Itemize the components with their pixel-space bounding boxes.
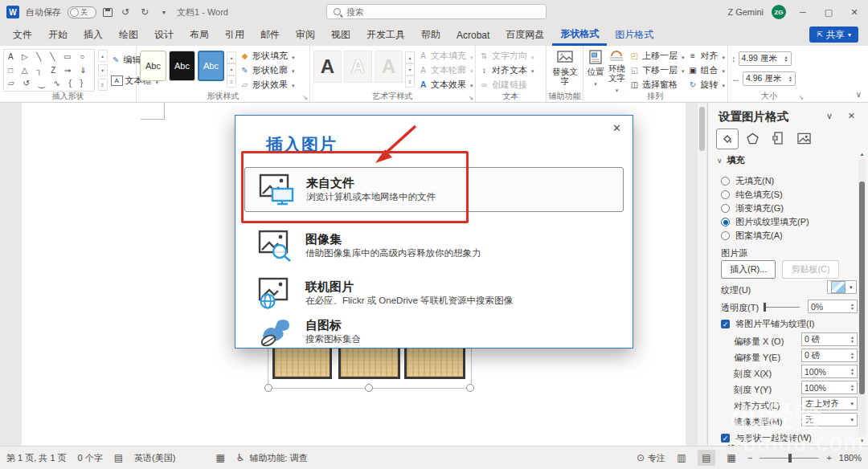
group-button[interactable]: ▣ 组合 <box>687 64 725 76</box>
tab-picture-format[interactable]: 图片格式 <box>607 24 661 46</box>
tab-baidu-netdisk[interactable]: 百度网盘 <box>497 24 552 46</box>
wrap-text-button[interactable]: 环绕文字 <box>608 49 626 92</box>
shape-style-swatch-selected[interactable]: Abc <box>198 51 224 81</box>
language-status[interactable]: 英语(美国) <box>134 452 175 464</box>
tab-home[interactable]: 开始 <box>40 24 76 46</box>
zoom-in-button[interactable]: + <box>826 453 831 463</box>
dialog-launcher-icon[interactable]: ↘ <box>798 94 804 101</box>
selection-handle[interactable] <box>264 384 272 392</box>
text-fill-button[interactable]: A 文本填充 <box>418 50 473 62</box>
scroll-up-icon[interactable]: ▲ <box>858 152 866 157</box>
fill-section-header[interactable]: 填充 <box>717 154 745 166</box>
mirror-type-dropdown[interactable]: 无 <box>801 413 858 426</box>
scrollbar-thumb[interactable] <box>699 107 705 151</box>
tab-help[interactable]: 帮助 <box>413 24 448 46</box>
zoom-out-button[interactable]: − <box>747 453 752 463</box>
selection-pane-button[interactable]: ◫ 选择窗格 <box>629 79 685 91</box>
fill-line-tool[interactable] <box>716 128 739 149</box>
collapse-ribbon-icon[interactable]: ∨ <box>856 90 862 99</box>
text-effects-button[interactable]: A 文本效果 <box>418 79 473 91</box>
minimize-button[interactable]: ─ <box>794 7 812 17</box>
tab-insert[interactable]: 插入 <box>76 24 111 46</box>
zoom-slider-thumb[interactable] <box>788 454 792 463</box>
option-icons[interactable]: 自图标 搜索图标集合 <box>244 315 624 349</box>
shape-outline-button[interactable]: ✎ 形状轮廓 <box>240 64 295 76</box>
rotate-button[interactable]: ↻ 旋转 <box>687 79 725 91</box>
print-layout-button[interactable]: ▤ <box>698 450 715 466</box>
scale-y-spinner[interactable]: 100%▲▼ <box>801 381 858 394</box>
keyboard-icon[interactable]: ▦ <box>215 452 224 463</box>
read-mode-button[interactable]: ▥ <box>673 450 690 466</box>
scroll-down-icon[interactable]: ▼ <box>858 438 866 443</box>
stepper-icon[interactable]: ▲▼ <box>850 352 854 359</box>
redo-button[interactable]: ↻ <box>138 6 151 18</box>
dialog-launcher-icon[interactable]: ↘ <box>302 94 308 101</box>
option-online-pictures[interactable]: 联机图片 在必应、Flickr 或 OneDrive 等联机资源中搜索图像 <box>244 271 624 316</box>
shape-effects-button[interactable]: ▱ 形状效果 <box>240 79 295 91</box>
shape-row[interactable]: A ▷ ╲ ╲ ▭ ○ <box>8 51 90 63</box>
word-count[interactable]: 0 个字 <box>78 452 103 464</box>
bring-forward-button[interactable]: ◰ 上移一层 <box>629 50 685 62</box>
radio-no-fill[interactable]: 无填充(N) <box>721 175 774 187</box>
radio-pattern-fill[interactable]: 图案填充(A) <box>721 230 783 242</box>
option-stock-images[interactable]: 图像集 借助图像集库中的高级内容释放你的想象力 <box>244 223 624 268</box>
gallery-scroll[interactable]: ▴▾≡ <box>98 49 108 92</box>
focus-mode[interactable]: 专注 <box>648 452 665 464</box>
pane-chevron-icon[interactable]: ∨ <box>826 111 833 121</box>
shape-style-swatch[interactable]: Abc <box>169 51 195 81</box>
zoom-level[interactable]: 180% <box>839 453 862 463</box>
page-info[interactable]: 第 1 页, 共 1 页 <box>6 452 67 464</box>
insert-picture-button[interactable]: 插入(R)... <box>721 260 776 279</box>
zoom-slider[interactable] <box>760 458 819 459</box>
wordart-swatch[interactable]: A <box>344 51 372 83</box>
transparency-slider[interactable] <box>764 307 800 308</box>
tab-mailings[interactable]: 邮件 <box>252 24 288 46</box>
texture-dropdown[interactable] <box>827 280 857 294</box>
save-icon[interactable] <box>103 8 113 17</box>
stepper-icon[interactable]: ▲▼ <box>784 55 788 63</box>
accessibility-status[interactable]: 辅助功能: 调查 <box>250 452 308 464</box>
offset-y-spinner[interactable]: 0 磅▲▼ <box>801 349 858 362</box>
clipboard-button[interactable]: 剪贴板(C) <box>782 260 838 279</box>
stepper-icon[interactable]: ▲▼ <box>850 336 854 343</box>
align-button[interactable]: ≡ 对齐 <box>687 50 725 62</box>
offset-x-spinner[interactable]: 0 磅▲▼ <box>801 332 858 346</box>
shape-row[interactable]: □ △ ┐ Z ⇒ ⇓ <box>8 65 90 76</box>
tab-review[interactable]: 审阅 <box>288 24 323 46</box>
shape-row[interactable]: ▱ ↺ ‿ ∿ { } <box>8 78 90 89</box>
close-button[interactable]: ✕ <box>845 7 863 18</box>
height-spinner[interactable]: 4.99 厘米 ▲▼ <box>739 51 792 66</box>
maximize-button[interactable]: ▢ <box>820 7 837 18</box>
tile-as-texture-checkbox[interactable]: 将图片平铺为纹理(I) <box>721 318 814 330</box>
search-box[interactable] <box>326 4 547 19</box>
slider-thumb[interactable] <box>764 303 766 312</box>
picture-tool[interactable] <box>793 128 814 148</box>
shape-fill-button[interactable]: ◆ 形状填充 <box>240 50 295 62</box>
undo-button[interactable]: ↺ <box>119 6 132 18</box>
style-gallery-scroll[interactable]: ▴▾≡ <box>227 51 236 88</box>
scale-x-spinner[interactable]: 100%▲▼ <box>801 365 858 378</box>
tab-design[interactable]: 设计 <box>146 24 182 46</box>
web-layout-button[interactable]: ▦ <box>723 450 740 466</box>
position-button[interactable]: 位置 <box>587 49 604 92</box>
tab-view[interactable]: 视图 <box>323 24 358 46</box>
alignment-dropdown[interactable]: 左上对齐 <box>801 397 858 410</box>
radio-picture-texture-fill[interactable]: 图片或纹理填充(P) <box>721 216 809 228</box>
search-input[interactable] <box>345 6 539 18</box>
tab-references[interactable]: 引用 <box>217 24 252 46</box>
wordart-swatch[interactable]: A <box>313 51 342 83</box>
tab-layout[interactable]: 布局 <box>182 24 217 46</box>
tab-developer[interactable]: 开发工具 <box>358 24 413 46</box>
alt-text-button[interactable]: 替换文字 <box>552 49 578 92</box>
vertical-scrollbar[interactable] <box>698 103 706 446</box>
effects-tool[interactable] <box>742 128 763 148</box>
wordart-swatch[interactable]: A <box>375 51 403 83</box>
dialog-launcher-icon[interactable]: ↘ <box>468 94 473 101</box>
stepper-icon[interactable]: ▲▼ <box>850 384 854 391</box>
avatar[interactable]: ZG <box>772 5 786 19</box>
transparency-spinner[interactable]: 0% ▲▼ <box>808 300 858 313</box>
pane-scrollbar[interactable]: ▲ ▼ <box>858 159 866 436</box>
autosave-toggle[interactable]: 关 <box>68 6 96 18</box>
wordart-gallery-scroll[interactable]: ▴▾≡ <box>405 51 415 88</box>
shape-style-swatch[interactable]: Abc <box>140 51 166 81</box>
